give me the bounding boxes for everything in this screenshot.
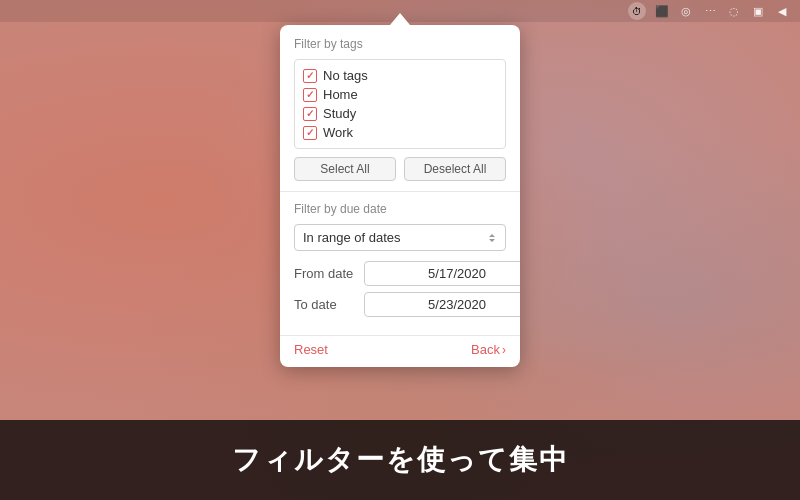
date-range-select[interactable]: In range of dates Today This week This m… bbox=[294, 224, 506, 251]
tag-label-notags: No tags bbox=[323, 68, 368, 83]
reset-button[interactable]: Reset bbox=[294, 342, 328, 357]
tag-checkbox-study[interactable] bbox=[303, 107, 317, 121]
tags-section: Filter by tags No tags Home Study Work bbox=[280, 25, 520, 192]
to-date-label: To date bbox=[294, 297, 364, 312]
from-date-label: From date bbox=[294, 266, 364, 281]
select-all-button[interactable]: Select All bbox=[294, 157, 396, 181]
filter-popup: Filter by tags No tags Home Study Work bbox=[280, 25, 520, 367]
tag-item-study[interactable]: Study bbox=[303, 104, 497, 123]
to-date-row: To date bbox=[294, 292, 506, 317]
popup-arrow bbox=[390, 13, 410, 25]
from-date-input[interactable] bbox=[364, 261, 520, 286]
monitor-icon: ⬛ bbox=[654, 3, 670, 19]
to-date-input[interactable] bbox=[364, 292, 520, 317]
tag-item-notags[interactable]: No tags bbox=[303, 66, 497, 85]
time-machine-icon: ◎ bbox=[678, 3, 694, 19]
tag-checkbox-notags[interactable] bbox=[303, 69, 317, 83]
wifi-icon: ◌ bbox=[726, 3, 742, 19]
tags-list: No tags Home Study Work bbox=[294, 59, 506, 149]
bottom-text: フィルターを使って集中 bbox=[232, 441, 569, 479]
tag-checkbox-work[interactable] bbox=[303, 126, 317, 140]
tag-label-home: Home bbox=[323, 87, 358, 102]
app-icon[interactable]: ⏱ bbox=[628, 2, 646, 20]
volume-icon: ◀ bbox=[774, 3, 790, 19]
tag-item-work[interactable]: Work bbox=[303, 123, 497, 142]
tag-label-study: Study bbox=[323, 106, 356, 121]
tag-label-work: Work bbox=[323, 125, 353, 140]
from-date-row: From date bbox=[294, 261, 506, 286]
tags-section-title: Filter by tags bbox=[294, 37, 506, 51]
select-buttons-row: Select All Deselect All bbox=[294, 157, 506, 181]
back-button[interactable]: Back › bbox=[471, 342, 506, 357]
chevron-right-icon: › bbox=[502, 343, 506, 357]
deselect-all-button[interactable]: Deselect All bbox=[404, 157, 506, 181]
tag-item-home[interactable]: Home bbox=[303, 85, 497, 104]
flag-icon: ▣ bbox=[750, 3, 766, 19]
popup-footer: Reset Back › bbox=[280, 335, 520, 367]
bottom-bar: フィルターを使って集中 bbox=[0, 420, 800, 500]
tag-checkbox-home[interactable] bbox=[303, 88, 317, 102]
dots-icon: ⋯ bbox=[702, 3, 718, 19]
due-date-section: Filter by due date In range of dates Tod… bbox=[280, 192, 520, 335]
due-date-section-title: Filter by due date bbox=[294, 202, 506, 216]
back-label: Back bbox=[471, 342, 500, 357]
